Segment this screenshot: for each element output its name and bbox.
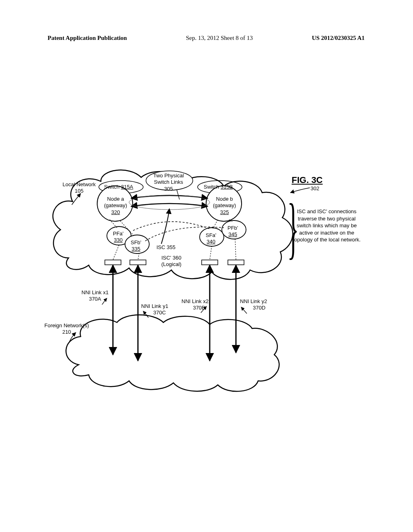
sfb-label: SFb'335 [131, 239, 141, 253]
diagram-svg [0, 0, 413, 532]
physical-links [129, 195, 210, 210]
sfa-label: SFa'340 [206, 232, 216, 245]
switch-b-label: Switch 315B [204, 184, 233, 190]
side-note: ISC and ISC' connections traverse the tw… [290, 208, 363, 243]
pfb-label: PFb'345 [227, 225, 238, 238]
node-b-label: Node b (gateway) 325 [213, 196, 236, 216]
isc-logical-label: ISC' 360(Logical) [161, 255, 181, 268]
port-x2 [202, 260, 218, 265]
isc-logical-arc [133, 222, 210, 231]
leader-local [72, 193, 81, 205]
nni-x1-label: NNI Link x1370A [81, 289, 108, 303]
figure-ref: 302 [311, 185, 319, 192]
port-y2 [228, 260, 244, 265]
nni-y2-label: NNI Link y2 370D [240, 298, 267, 312]
svg-point-0 [129, 195, 210, 210]
nni-x2-label: NNI Link x2 370B [181, 298, 209, 312]
switch-a-label: Switch 315A [104, 184, 133, 190]
local-network-label: Local Network 105 [63, 181, 96, 195]
port-x1 [105, 260, 121, 265]
isc-arrow [161, 209, 169, 244]
port-y1 [130, 260, 146, 265]
node-a-label: Node a (gateway) 320 [104, 196, 127, 216]
figure-title: FIG. 3C [292, 175, 323, 185]
foreign-network-cloud [66, 315, 280, 391]
switch-links-label: Two PhysicalSwitch Links305 [153, 172, 184, 192]
isc-label: ISC 355 [156, 244, 175, 251]
foreign-network-label: Foreign Network(s)210 [44, 322, 89, 336]
pfa-label: PFa'330 [113, 231, 123, 244]
nni-y1-label: NNI Link y1 370C [141, 303, 168, 316]
